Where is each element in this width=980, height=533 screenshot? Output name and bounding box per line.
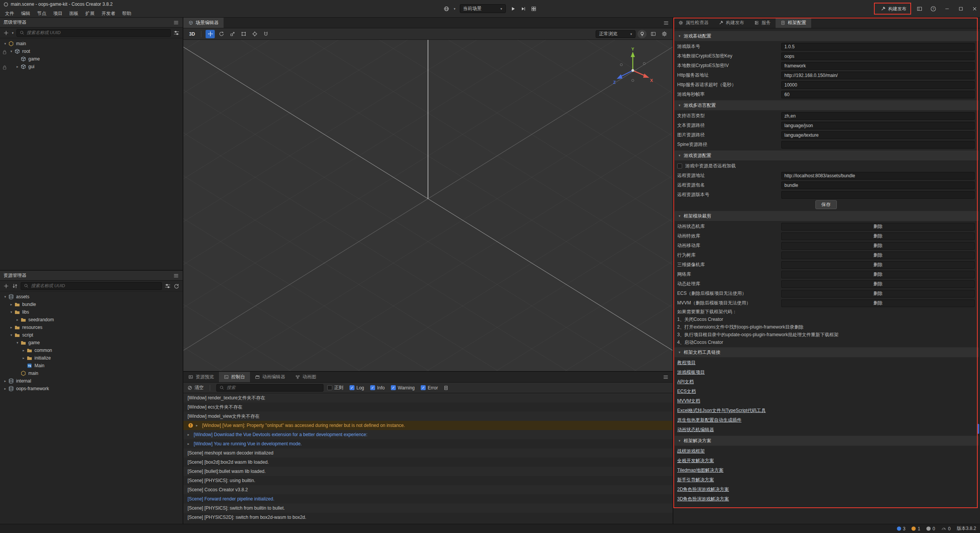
- filter-Error[interactable]: Error: [421, 385, 438, 391]
- tab-构建发布[interactable]: 构建发布: [714, 18, 749, 28]
- tab-动画图[interactable]: 动画图: [290, 372, 321, 382]
- rotate-tool-icon[interactable]: [217, 30, 226, 38]
- console-panel-menu-icon[interactable]: [663, 374, 669, 380]
- checkbox[interactable]: [327, 385, 332, 390]
- field-input[interactable]: [781, 191, 975, 199]
- asset-item-resources[interactable]: ▸resources: [0, 324, 183, 331]
- field-input[interactable]: framework: [781, 62, 975, 70]
- menu-item-6[interactable]: 开发者: [98, 9, 119, 18]
- preview-target-icon[interactable]: [443, 6, 449, 12]
- link-教程项目[interactable]: 教程项目: [673, 358, 980, 368]
- link-全栈开发解决方案[interactable]: 全栈开发解决方案: [673, 456, 980, 466]
- log-row-4[interactable]: ▸[Window] Download the Vue Devtools exte…: [183, 430, 673, 439]
- error-count[interactable]: 0: [926, 526, 935, 531]
- create-node-caret[interactable]: ▾: [12, 31, 14, 35]
- section-游戏资源配置[interactable]: ▾游戏资源配置: [675, 150, 979, 160]
- log-row-5[interactable]: ▸[Window] You are running Vue in develop…: [183, 439, 673, 448]
- link-MVVM文档[interactable]: MVVM文档: [673, 396, 980, 406]
- expand-arrow[interactable]: ▸: [8, 325, 14, 329]
- delete-button[interactable]: 删除: [781, 261, 975, 269]
- create-asset-button[interactable]: [3, 283, 9, 289]
- log-row-13[interactable]: [Scene] [PHYSICS2D]: switch from box2d-w…: [183, 513, 673, 522]
- asset-item-internal[interactable]: ▸internal: [0, 377, 183, 385]
- log-count[interactable]: 3: [897, 526, 906, 531]
- asset-item-bundle[interactable]: ▸bundle: [0, 301, 183, 308]
- tab-服务[interactable]: 服务: [749, 18, 776, 28]
- collapse-arrow[interactable]: ▾: [678, 439, 681, 443]
- asset-item-libs[interactable]: ▾libs: [0, 308, 183, 316]
- expand-arrow[interactable]: ▾: [15, 341, 20, 345]
- console-search-input[interactable]: 搜索: [216, 384, 323, 392]
- filter-Log[interactable]: Log: [350, 385, 364, 391]
- menu-item-4[interactable]: 面板: [66, 9, 82, 18]
- expand-arrow[interactable]: ▾: [2, 295, 8, 299]
- log-row-0[interactable]: [Window] render_texture文件夹不存在: [183, 393, 673, 402]
- save-button[interactable]: 保存: [815, 200, 837, 209]
- menu-item-3[interactable]: 项目: [50, 9, 66, 18]
- assets-menu-icon[interactable]: [173, 273, 179, 279]
- log-row-1[interactable]: [Window] ecs文件夹不存在: [183, 402, 673, 412]
- expand-arrow[interactable]: ▸: [2, 387, 8, 391]
- move-tool-icon[interactable]: [206, 30, 215, 38]
- delete-button[interactable]: 删除: [781, 242, 975, 250]
- expand-arrow[interactable]: ▸: [8, 302, 14, 306]
- hierarchy-item-game[interactable]: game: [0, 55, 183, 63]
- asset-item-main[interactable]: main: [0, 370, 183, 377]
- scene-panel-menu-icon[interactable]: [663, 20, 669, 26]
- minimize-button[interactable]: [944, 6, 950, 12]
- log-row-8[interactable]: [Scene] [bullet]:bullet wasm lib loaded.: [183, 467, 673, 476]
- link-游戏模板项目[interactable]: 游戏模板项目: [673, 368, 980, 377]
- scene-viewport[interactable]: Y X Z: [183, 40, 673, 371]
- field-input[interactable]: bundle: [781, 181, 975, 189]
- expand-arrow[interactable]: ▾: [2, 42, 8, 46]
- hierarchy-filter-icon[interactable]: [173, 30, 180, 36]
- log-row-6[interactable]: [Scene] meshopt wasm decoder initialized: [183, 448, 673, 458]
- checkbox[interactable]: [350, 385, 354, 390]
- tab-属性检查器[interactable]: 属性检查器: [673, 18, 714, 28]
- link-Tiledmap地图解决方案[interactable]: Tiledmap地图解决方案: [673, 466, 980, 475]
- expand-arrow[interactable]: ▸: [188, 442, 191, 446]
- link-原生包热更新配置自动生成插件[interactable]: 原生包热更新配置自动生成插件: [673, 415, 980, 425]
- hierarchy-item-main[interactable]: ▾main: [0, 40, 183, 47]
- link-3D角色扮演游戏解决方案[interactable]: 3D角色扮演游戏解决方案: [673, 494, 980, 504]
- delete-button[interactable]: 删除: [781, 290, 975, 298]
- perf-indicator[interactable]: 0: [941, 526, 951, 531]
- scene-select[interactable]: 当前场景 ▾: [460, 4, 506, 13]
- export-log-icon[interactable]: [443, 385, 449, 391]
- asset-item-assets[interactable]: ▾assets: [0, 293, 183, 301]
- view-mode-select[interactable]: 正常浏览 ▾: [596, 30, 635, 38]
- section-框架文档工具链接[interactable]: ▾框架文档工具链接: [675, 347, 979, 357]
- expand-arrow[interactable]: ▸: [196, 423, 200, 427]
- menu-item-2[interactable]: 节点: [34, 9, 50, 18]
- build-publish-button[interactable]: 构建发布: [878, 5, 909, 13]
- snap-tool-icon[interactable]: [261, 30, 270, 38]
- asset-item-oops-framework[interactable]: ▸oops-framework: [0, 385, 183, 392]
- tab-scene-editor[interactable]: 场景编辑器: [183, 18, 224, 28]
- assets-search-input[interactable]: 搜索名称或 UUID: [21, 282, 162, 290]
- delete-button[interactable]: 删除: [781, 271, 975, 278]
- log-row-9[interactable]: [Scene] [PHYSICS]: using builtin.: [183, 476, 673, 485]
- warning-count[interactable]: 1: [911, 526, 920, 531]
- hierarchy-item-gui[interactable]: ▸gui: [0, 63, 183, 70]
- asset-item-script[interactable]: ▾script: [0, 331, 183, 339]
- collapse-arrow[interactable]: ▾: [678, 214, 681, 218]
- sort-assets-icon[interactable]: [12, 283, 18, 289]
- asset-item-game[interactable]: ▾game: [0, 339, 183, 347]
- expand-arrow[interactable]: ▸: [21, 356, 26, 360]
- delete-button[interactable]: 删除: [781, 252, 975, 259]
- field-input[interactable]: http://localhost:8083/assets/bundle: [781, 172, 975, 180]
- expand-arrow[interactable]: ▾: [8, 310, 14, 314]
- log-row-3[interactable]: ▸[Window] [Vue warn]: Property "onInput"…: [183, 421, 673, 430]
- collapse-arrow[interactable]: ▾: [678, 34, 681, 38]
- collapse-arrow[interactable]: ▾: [678, 103, 681, 107]
- asset-item-seedrandom[interactable]: ▸seedrandom: [0, 316, 183, 324]
- menu-item-0[interactable]: 文件: [2, 9, 18, 18]
- checkbox[interactable]: [391, 385, 396, 390]
- log-row-7[interactable]: [Scene] [box2d]:box2d wasm lib loaded.: [183, 458, 673, 467]
- layout-panel-icon[interactable]: [916, 6, 923, 12]
- hierarchy-search-input[interactable]: 搜索名称或 UUID: [16, 29, 171, 37]
- inspector-scrollbar[interactable]: [977, 424, 979, 434]
- log-row-10[interactable]: [Scene] Cocos Creator v3.8.2: [183, 485, 673, 494]
- tab-控制台[interactable]: 控制台: [219, 372, 250, 382]
- expand-arrow[interactable]: ▸: [15, 65, 20, 69]
